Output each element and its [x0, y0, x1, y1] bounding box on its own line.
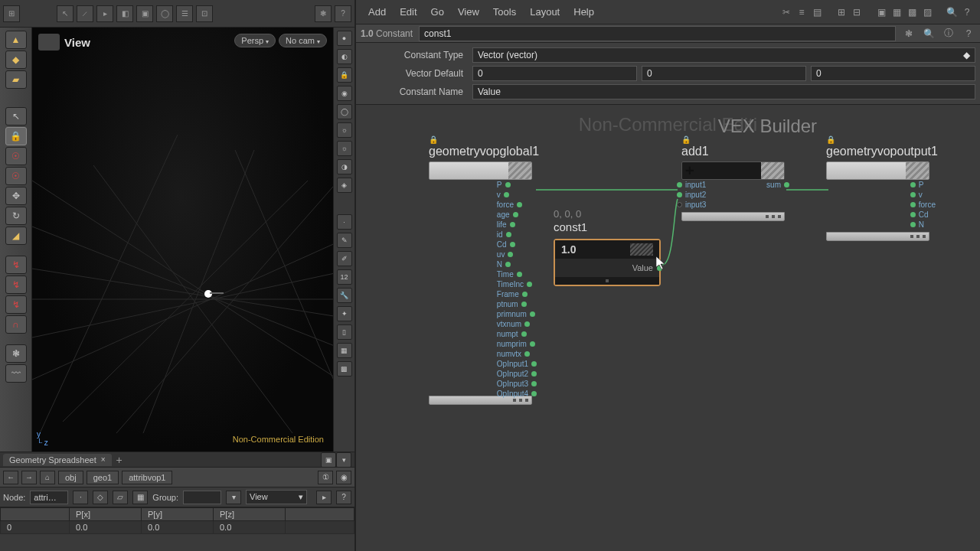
node-name-field[interactable] [419, 26, 896, 41]
disp-pen-icon[interactable]: ✐ [337, 251, 352, 266]
node-output[interactable]: 🔒 geometryvopoutput1 PvforceCdN [826, 135, 938, 241]
persp-dropdown[interactable]: Persp [234, 34, 276, 47]
pal2-icon[interactable]: ▦ [890, 5, 903, 19]
scale-icon[interactable]: ◢ [5, 227, 27, 245]
io-sum[interactable]: sum [766, 180, 791, 189]
magnet-icon[interactable]: ∩ [5, 315, 27, 334]
ss-play-icon[interactable]: ▸ [316, 491, 332, 504]
io-OpInput4[interactable]: OpInput4 [497, 389, 538, 398]
nav-pin1-icon[interactable]: ① [318, 471, 333, 484]
pane-menu-icon[interactable]: ⊞ [3, 5, 20, 22]
param-type-select[interactable]: Vector (vector)◆ [472, 47, 975, 63]
ss-opt2-icon[interactable]: ▾ [336, 452, 351, 468]
render-icon[interactable]: ▣ [136, 5, 153, 22]
menu-view[interactable]: View [452, 3, 485, 21]
menu-layout[interactable]: Layout [524, 3, 566, 21]
io-numvtx[interactable]: numvtx [497, 349, 538, 358]
io-OpInput3[interactable]: OpInput3 [497, 379, 538, 388]
io-Cd[interactable]: Cd [497, 240, 538, 249]
col-px[interactable]: P[x] [70, 508, 142, 521]
io-id[interactable]: id [497, 230, 538, 239]
io-N[interactable]: N [909, 220, 936, 229]
view-select[interactable]: View▾ [246, 490, 307, 504]
param-default-z[interactable] [811, 66, 975, 81]
handle3-icon[interactable]: ↯ [5, 295, 27, 314]
tool1-icon[interactable]: ✂ [779, 5, 793, 19]
tool3-icon[interactable]: ▤ [810, 5, 824, 19]
disp-hq-icon[interactable]: ◈ [337, 178, 352, 193]
attr-detail-icon[interactable]: ▦ [132, 491, 148, 504]
io-P[interactable]: P [909, 180, 936, 189]
lock-icon[interactable]: 🔒 [5, 127, 27, 145]
disp-mat-icon[interactable]: ▩ [337, 361, 352, 377]
disp-pick-icon[interactable]: ✎ [337, 233, 352, 248]
param-name-field[interactable] [472, 84, 975, 99]
add-tab-icon[interactable]: + [116, 454, 122, 466]
pin-icon[interactable]: 🔒 [429, 135, 436, 143]
help2-icon[interactable]: ? [960, 5, 974, 19]
nav-fwd-icon[interactable]: → [21, 471, 37, 484]
viewport[interactable]: View Persp No cam y└ z Non-Commercial Ed… [32, 28, 333, 452]
disp-cam-icon[interactable]: · [337, 214, 352, 230]
disp-wrench-icon[interactable]: 🔧 [337, 288, 352, 303]
render-view-icon[interactable]: ⊡ [196, 5, 213, 22]
crumb-geo[interactable]: geo1 [87, 471, 119, 484]
help-icon[interactable]: ? [335, 5, 351, 22]
attr-verts-icon[interactable]: ◇ [93, 491, 108, 504]
menu-help[interactable]: Help [567, 3, 600, 21]
io-vtxnum[interactable]: vtxnum [497, 319, 538, 328]
io-Cd[interactable]: Cd [909, 210, 936, 219]
grid1-icon[interactable]: ⊞ [835, 5, 848, 19]
grid2-icon[interactable]: ⊟ [850, 5, 864, 19]
io-life[interactable]: life [497, 220, 538, 229]
ss-opt1-icon[interactable]: ▣ [321, 452, 336, 468]
disp-light-icon[interactable]: ☼ [337, 122, 352, 138]
pin-icon[interactable]: 🔒 [681, 135, 689, 143]
io-P[interactable]: P [497, 180, 538, 189]
io-primnum[interactable]: primnum [497, 309, 538, 318]
disp-ruler-icon[interactable]: ▯ [337, 324, 352, 340]
pose-icon[interactable]: ☉ [5, 147, 27, 165]
node-global[interactable]: 🔒 geometryvopglobal1 PvforceagelifeidCdu… [429, 135, 539, 405]
help3-icon[interactable]: ? [962, 27, 975, 41]
param-default-x[interactable] [472, 66, 637, 81]
param-default-y[interactable] [642, 66, 806, 81]
table-row[interactable]: 0 0.0 0.0 0.0 [1, 521, 354, 534]
io-v[interactable]: v [909, 190, 936, 199]
pal4-icon[interactable]: ▨ [920, 5, 934, 19]
nav-home-icon[interactable]: ⌂ [40, 471, 55, 484]
menu-add[interactable]: Add [362, 3, 392, 21]
io-uv[interactable]: uv [497, 249, 538, 259]
io-Frame[interactable]: Frame [497, 289, 538, 298]
handle2-icon[interactable]: ↯ [5, 276, 27, 294]
select-tool-icon[interactable]: ↖ [57, 5, 74, 22]
group-field[interactable] [183, 491, 221, 504]
attr-prims-icon[interactable]: ▱ [113, 491, 128, 504]
col-idx[interactable] [1, 508, 70, 521]
tool2-icon[interactable]: ≡ [795, 5, 808, 19]
disp-12-icon[interactable]: 12 [337, 269, 352, 285]
io-OpInput2[interactable]: OpInput2 [497, 369, 538, 378]
disp-shadow-icon[interactable]: ◑ [337, 159, 352, 174]
node-add[interactable]: 🔒 add1 + input1input2input3 sum [681, 135, 785, 221]
disp-normals-icon[interactable]: ◐ [337, 49, 352, 64]
io-force[interactable]: force [909, 200, 936, 209]
display-options-icon[interactable]: ◧ [116, 5, 133, 22]
pal3-icon[interactable]: ▩ [905, 5, 919, 19]
camera-icon[interactable] [38, 34, 60, 51]
viewport-options-icon[interactable]: ❃ [315, 5, 332, 22]
pal1-icon[interactable]: ▣ [874, 5, 888, 19]
crumb-obj[interactable]: obj [58, 471, 83, 484]
ss-help-icon[interactable]: ? [336, 491, 351, 504]
io-OpInput1[interactable]: OpInput1 [497, 359, 538, 368]
io-input3[interactable]: input3 [675, 200, 706, 209]
select-arrow-icon[interactable]: ↖ [5, 107, 27, 126]
io-N[interactable]: N [497, 259, 538, 269]
search-icon[interactable]: 🔍 [945, 5, 959, 19]
rotate-icon[interactable]: ↻ [5, 207, 27, 225]
group-pick-icon[interactable]: ▾ [226, 491, 241, 504]
close-icon[interactable]: × [101, 455, 106, 464]
disp-ghost-icon[interactable]: ◯ [337, 104, 352, 119]
pin-icon[interactable]: 🔒 [826, 135, 834, 143]
io-ptnum[interactable]: ptnum [497, 299, 538, 308]
